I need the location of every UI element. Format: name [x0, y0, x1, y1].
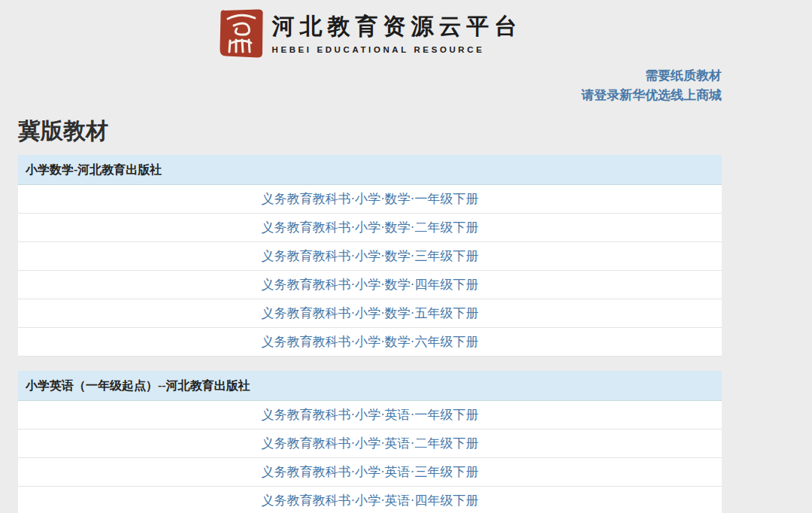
seal-stamp-icon	[218, 7, 265, 58]
textbook-link[interactable]: 义务教育教科书·小学·英语·四年级下册	[262, 493, 479, 508]
textbook-link[interactable]: 义务教育教科书·小学·数学·六年级下册	[262, 335, 479, 349]
textbook-link[interactable]: 义务教育教科书·小学·数学·一年级下册	[262, 192, 479, 206]
section-title: 小学英语（一年级起点）--河北教育出版社	[26, 379, 250, 392]
table-row: 义务教育教科书·小学·英语·四年级下册	[18, 487, 722, 513]
textbook-link[interactable]: 义务教育教科书·小学·数学·三年级下册	[262, 249, 479, 263]
section-header: 小学数学-河北教育出版社	[18, 155, 722, 185]
page-container: 河北教育资源云平台 HEBEI EDUCATIONAL RESOURCE 需要纸…	[18, 0, 722, 513]
textbook-link[interactable]: 义务教育教科书·小学·英语·二年级下册	[262, 436, 479, 451]
section-title: 小学数学-河北教育出版社	[26, 163, 162, 176]
table-row: 义务教育教科书·小学·数学·三年级下册	[18, 242, 722, 271]
section-rows: 义务教育教科书·小学·英语·一年级下册义务教育教科书·小学·英语·二年级下册义务…	[18, 401, 722, 513]
textbook-link[interactable]: 义务教育教科书·小学·数学·五年级下册	[262, 306, 479, 320]
textbook-link[interactable]: 义务教育教科书·小学·英语·一年级下册	[262, 408, 479, 422]
textbook-section: 小学英语（一年级起点）--河北教育出版社 义务教育教科书·小学·英语·一年级下册…	[18, 371, 722, 513]
table-row: 义务教育教科书·小学·数学·五年级下册	[18, 299, 722, 328]
page-title: 冀版教材	[18, 117, 722, 144]
section-header: 小学英语（一年级起点）--河北教育出版社	[18, 371, 722, 401]
site-header: 河北教育资源云平台 HEBEI EDUCATIONAL RESOURCE 需要纸…	[18, 0, 722, 105]
section-rows: 义务教育教科书·小学·数学·一年级下册义务教育教科书·小学·数学·二年级下册义务…	[18, 185, 722, 357]
textbook-section: 小学数学-河北教育出版社 义务教育教科书·小学·数学·一年级下册义务教育教科书·…	[18, 155, 722, 357]
table-row: 义务教育教科书·小学·英语·二年级下册	[18, 430, 722, 458]
logo-title: 河北教育资源云平台	[272, 11, 523, 42]
table-row: 义务教育教科书·小学·数学·四年级下册	[18, 271, 722, 299]
header-links: 需要纸质教材 请登录新华优选线上商城	[18, 66, 722, 105]
paper-textbook-link[interactable]: 需要纸质教材	[18, 66, 722, 86]
table-row: 义务教育教科书·小学·英语·三年级下册	[18, 458, 722, 487]
logo-text: 河北教育资源云平台 HEBEI EDUCATIONAL RESOURCE	[272, 11, 523, 54]
textbook-link[interactable]: 义务教育教科书·小学·数学·四年级下册	[262, 278, 479, 292]
textbook-link[interactable]: 义务教育教科书·小学·英语·三年级下册	[262, 465, 479, 479]
textbook-link[interactable]: 义务教育教科书·小学·数学·二年级下册	[262, 220, 479, 235]
site-logo: 河北教育资源云平台 HEBEI EDUCATIONAL RESOURCE	[18, 6, 722, 59]
textbook-sections: 小学数学-河北教育出版社 义务教育教科书·小学·数学·一年级下册义务教育教科书·…	[18, 155, 722, 513]
xinhua-mall-login-link[interactable]: 请登录新华优选线上商城	[18, 86, 722, 105]
table-row: 义务教育教科书·小学·数学·二年级下册	[18, 214, 722, 242]
table-row: 义务教育教科书·小学·英语·一年级下册	[18, 401, 722, 430]
logo-subtitle: HEBEI EDUCATIONAL RESOURCE	[272, 45, 523, 54]
table-row: 义务教育教科书·小学·数学·六年级下册	[18, 328, 722, 357]
table-row: 义务教育教科书·小学·数学·一年级下册	[18, 185, 722, 214]
